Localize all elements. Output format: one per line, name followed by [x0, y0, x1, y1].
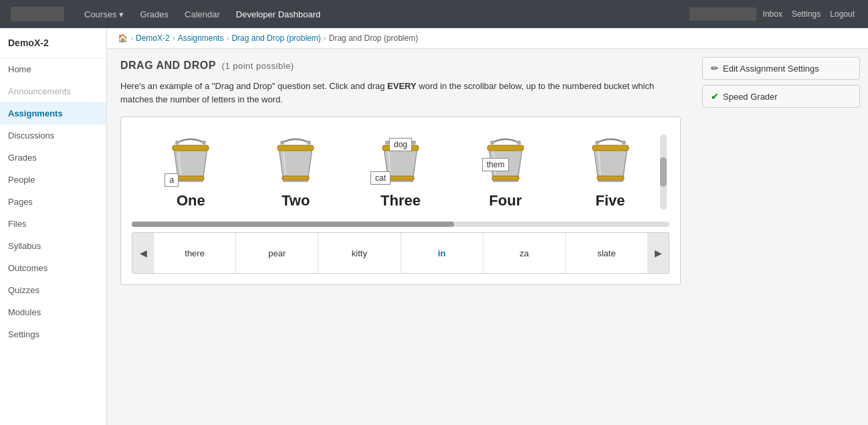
dnd-container: a	[120, 116, 681, 285]
word-tag-cat[interactable]: cat	[370, 171, 391, 185]
nav-calendar-label: Calendar	[185, 9, 220, 19]
svg-point-12	[490, 141, 494, 145]
svg-rect-14	[487, 145, 524, 151]
breadcrumb-sep-1: ›	[130, 33, 133, 43]
svg-rect-15	[492, 176, 519, 180]
svg-point-0	[175, 141, 179, 145]
desc-highlight: EVERY	[387, 81, 417, 91]
svg-rect-11	[387, 176, 414, 180]
sidebar-item-announcements[interactable]: Announcements	[0, 80, 106, 102]
sidebar-item-settings[interactable]: Settings	[0, 323, 106, 345]
dropdown-arrow-icon: ▾	[119, 9, 124, 19]
inbox-link[interactable]: Inbox	[760, 9, 785, 19]
sidebar-item-syllabus[interactable]: Syllabus	[0, 235, 106, 257]
sidebar-item-grades[interactable]: Grades	[0, 147, 106, 169]
scroll-thumb	[660, 157, 667, 187]
scrollbar-thumb	[132, 222, 454, 227]
word-item-in[interactable]: in	[401, 233, 483, 273]
word-scroll-items: there pear kitty in za slate	[154, 233, 647, 273]
logout-link[interactable]: Logout	[827, 9, 857, 19]
bucket-one-label: One	[177, 192, 205, 209]
speed-grader-label: Speed Grader	[723, 92, 778, 102]
svg-rect-18	[592, 145, 629, 151]
svg-rect-6	[278, 145, 314, 151]
svg-point-16	[595, 141, 599, 145]
desc-part1: Here's an example of a "Drag and Drop" q…	[120, 81, 385, 91]
nav-calendar[interactable]: Calendar	[178, 5, 227, 23]
nav-grades-label: Grades	[140, 9, 169, 19]
sidebar-item-discussions[interactable]: Discussions	[0, 124, 106, 147]
nav-developer-dashboard-label: Developer Dashboard	[236, 9, 320, 19]
top-bar-right: Inbox Settings Logout	[689, 7, 857, 21]
buckets-row: a	[132, 128, 669, 216]
edit-icon: ✏	[711, 63, 719, 74]
horizontal-scrollbar[interactable]	[132, 222, 669, 227]
assignment-content: DRAG AND DROP (1 point possible) Here's …	[107, 49, 694, 425]
breadcrumb-assignments[interactable]: Assignments	[178, 33, 224, 43]
nav-developer-dashboard[interactable]: Developer Dashboard	[229, 5, 327, 23]
right-sidebar: ✏ Edit Assignment Settings ✔ Speed Grade…	[694, 49, 868, 425]
top-navigation-bar: Courses ▾ Grades Calendar Developer Dash…	[0, 0, 868, 28]
svg-rect-3	[177, 176, 204, 180]
word-item-za[interactable]: za	[483, 233, 566, 273]
svg-rect-2	[173, 145, 209, 151]
assignment-title-text: DRAG AND DROP	[120, 60, 216, 71]
word-tag-a[interactable]: a	[165, 173, 179, 187]
top-bar-left: Courses ▾ Grades Calendar Developer Dash…	[11, 5, 327, 23]
breadcrumb-home-icon[interactable]: 🏠	[118, 33, 128, 43]
settings-link[interactable]: Settings	[789, 9, 823, 19]
word-item-kitty[interactable]: kitty	[318, 233, 401, 273]
sidebar: DemoX-2 Home Announcements Assignments D…	[0, 28, 107, 425]
word-scroll-prev-button[interactable]: ◀	[132, 233, 154, 273]
app-logo	[11, 7, 64, 21]
word-item-there[interactable]: there	[154, 233, 236, 273]
sidebar-item-outcomes[interactable]: Outcomes	[0, 257, 106, 279]
svg-point-4	[280, 141, 284, 145]
speed-grader-button[interactable]: ✔ Speed Grader	[702, 85, 860, 108]
breadcrumb-sep-4: ›	[324, 33, 326, 43]
word-item-slate[interactable]: slate	[566, 233, 647, 273]
sidebar-item-quizzes[interactable]: Quizzes	[0, 279, 106, 301]
main-nav: Courses ▾ Grades Calendar Developer Dash…	[78, 5, 327, 23]
word-tag-them[interactable]: them	[482, 158, 510, 171]
search-bar	[689, 7, 756, 21]
svg-point-13	[517, 141, 521, 145]
sidebar-item-assignments[interactable]: Assignments	[0, 102, 106, 124]
edit-assignment-label: Edit Assignment Settings	[723, 64, 819, 74]
word-scroll-next-button[interactable]: ▶	[647, 233, 669, 273]
page-layout: DemoX-2 Home Announcements Assignments D…	[0, 28, 868, 425]
speed-grader-icon: ✔	[711, 91, 719, 102]
svg-rect-19	[597, 176, 624, 180]
breadcrumb-sep-2: ›	[173, 33, 175, 43]
svg-rect-7	[282, 176, 309, 180]
svg-point-1	[202, 141, 206, 145]
breadcrumb-sep-3: ›	[226, 33, 229, 43]
sidebar-item-pages[interactable]: Pages	[0, 191, 106, 213]
word-tag-dog[interactable]: dog	[389, 138, 412, 151]
bucket-four: them Four	[469, 135, 542, 209]
vertical-scrollbar[interactable]	[660, 135, 667, 209]
sidebar-item-files[interactable]: Files	[0, 213, 106, 235]
svg-point-9	[412, 141, 416, 145]
nav-grades[interactable]: Grades	[133, 5, 175, 23]
content-wrapper: DRAG AND DROP (1 point possible) Here's …	[107, 49, 868, 425]
bucket-three-label: Three	[381, 192, 421, 209]
bucket-one: a	[154, 135, 227, 209]
word-scroll-bar: ◀ there pear kitty in za slate ▶	[132, 232, 669, 274]
bucket-two-svg	[269, 135, 322, 188]
breadcrumb-problem-link[interactable]: Drag and Drop (problem)	[231, 33, 320, 43]
sidebar-item-people[interactable]: People	[0, 169, 106, 191]
edit-assignment-settings-button[interactable]: ✏ Edit Assignment Settings	[702, 57, 860, 80]
main-content: 🏠 › DemoX-2 › Assignments › Drag and Dro…	[107, 28, 868, 425]
bucket-five-svg	[584, 135, 637, 188]
bucket-five: Five	[574, 135, 647, 209]
sidebar-item-home[interactable]: Home	[0, 58, 106, 80]
nav-courses[interactable]: Courses ▾	[78, 5, 130, 23]
word-item-pear[interactable]: pear	[236, 233, 318, 273]
sidebar-item-modules[interactable]: Modules	[0, 301, 106, 323]
bucket-three: dog cat	[364, 135, 437, 209]
nav-courses-label: Courses	[84, 9, 116, 19]
breadcrumb-course[interactable]: DemoX-2	[136, 33, 170, 43]
bucket-four-label: Four	[489, 192, 522, 209]
assignment-title: DRAG AND DROP (1 point possible)	[120, 60, 681, 72]
